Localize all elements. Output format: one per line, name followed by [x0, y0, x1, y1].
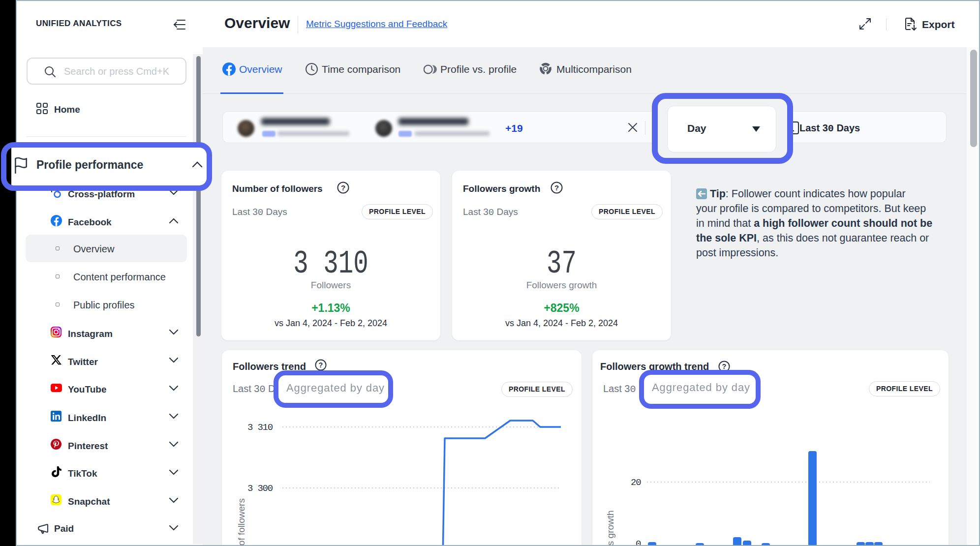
svg-text:?: ? [341, 183, 345, 192]
svg-text:?: ? [554, 183, 559, 192]
